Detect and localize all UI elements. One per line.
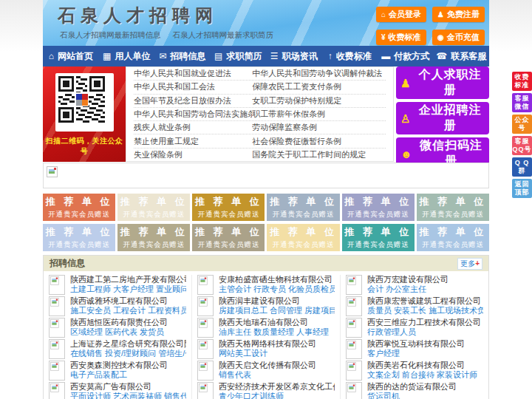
register-button-企业招聘注册[interactable]: ♙企业招聘注册 xyxy=(396,102,489,134)
company-name-link[interactable]: 陕西天格网络科技有限公司 xyxy=(219,339,316,349)
recommended-unit-box[interactable]: 推 荐 单 位开通贵宾会员赠送 xyxy=(342,224,415,251)
company-name-link[interactable]: 陕西康宏誉诚建筑工程有限公司 xyxy=(367,296,483,306)
company-logo-thumb[interactable] xyxy=(49,275,65,295)
company-logo-thumb[interactable] xyxy=(346,318,362,338)
job-positions-links[interactable]: 在线销售 投资/理财顾问 管培生/储备干部 xyxy=(70,349,186,358)
recommended-unit-box[interactable]: 推 荐 单 位开通贵宾会员赠送 xyxy=(267,224,339,251)
recommended-unit-box[interactable]: 推 荐 单 位开通贵宾会员赠送 xyxy=(43,194,115,221)
company-name-link[interactable]: 陕西旭恒医药有限责任公司 xyxy=(70,318,168,327)
job-positions-links[interactable]: 行政管理人员 xyxy=(367,327,481,337)
company-name-link[interactable]: 西安奥森测控技术有限公司 xyxy=(70,361,168,370)
job-positions-links[interactable]: 土建工程师 大客户经理 置业顾问 xyxy=(70,284,186,294)
company-logo-thumb[interactable] xyxy=(197,382,214,399)
quick-button-会员登录[interactable]: ⌂会员登录 xyxy=(376,7,426,22)
recommended-unit-box[interactable]: 推 荐 单 位开通贵宾会员赠送 xyxy=(192,194,265,221)
company-logo-thumb[interactable] xyxy=(197,275,214,295)
sidebar-button-公众号[interactable]: 公众号 xyxy=(512,115,532,134)
nav-item-职场资讯[interactable]: ☰职场资讯 xyxy=(266,50,322,63)
law-link[interactable]: 失业保险条例 xyxy=(134,149,252,160)
nav-item-网站首页[interactable]: ⌂网站首页 xyxy=(43,50,99,63)
law-link[interactable]: 中华人民共和国劳动合同法实施条例 xyxy=(134,109,252,120)
law-link[interactable]: 社会保险费征缴暂行条例 xyxy=(252,136,386,147)
law-link[interactable]: 残疾人就业条例 xyxy=(134,122,252,133)
company-name-link[interactable]: 安康柏盛富硒生物科技有限公司 xyxy=(219,275,335,284)
job-positions-links[interactable]: 区域经理 医药代表 发货员 xyxy=(70,327,168,337)
company-logo-thumb[interactable] xyxy=(197,296,214,316)
company-name-link[interactable]: 上海证券之星综合研究有限公司陕西分公司 xyxy=(70,339,186,349)
company-name-link[interactable]: 西安经济技术开发区希京文化工作室 xyxy=(219,382,335,392)
law-link[interactable]: 中华人民共和国工会法 xyxy=(134,81,252,92)
recommended-unit-box[interactable]: 推 荐 单 位开通贵宾会员赠送 xyxy=(43,224,115,251)
company-name-link[interactable]: 陕西美岩石化科技有限公司 xyxy=(367,361,477,370)
job-positions-links[interactable]: 货运司机 xyxy=(367,392,457,399)
company-name-link[interactable]: 陕西天启文化传播有限公司 xyxy=(219,361,316,370)
company-logo-thumb[interactable] xyxy=(197,339,214,359)
recommended-unit-box[interactable]: 推 荐 单 位开通贵宾会员赠送 xyxy=(417,194,489,221)
job-positions-links[interactable]: 客户经理 xyxy=(367,349,465,358)
company-logo-thumb[interactable] xyxy=(49,339,65,359)
quick-button-金币充值[interactable]: ◉金币充值 xyxy=(432,30,485,45)
register-button-个人求职注册[interactable]: ♟个人求职注册 xyxy=(396,66,489,99)
job-positions-links[interactable]: 文案企划 前台接待 家装设计师 xyxy=(367,370,477,380)
law-link[interactable]: 国务院关于职工工作时间的规定 xyxy=(252,149,386,160)
job-positions-links[interactable]: 网站美工设计 xyxy=(219,349,316,358)
sidebar-button-客服微信[interactable]: 客服微信 xyxy=(512,93,532,112)
recommended-unit-box[interactable]: 推 荐 单 位开通贵宾会员赠送 xyxy=(192,224,265,251)
company-logo-thumb[interactable] xyxy=(49,361,65,381)
company-name-link[interactable]: 陕西润丰建设有限公司 xyxy=(219,296,335,306)
nav-item-付款方式[interactable]: ▬付款方式 xyxy=(378,50,434,63)
job-positions-links[interactable]: 施工安全员 工程会计 工程资料员 xyxy=(70,306,186,316)
job-positions-links[interactable]: 销售代表 xyxy=(219,370,316,380)
company-logo-thumb[interactable] xyxy=(49,296,65,316)
law-link[interactable]: 女职工劳动保护特别规定 xyxy=(252,95,386,106)
company-logo-thumb[interactable] xyxy=(346,339,362,359)
law-link[interactable]: 禁止使用童工规定 xyxy=(134,136,252,147)
company-name-link[interactable]: 陕西诚雅环境工程有限公司 xyxy=(70,296,186,306)
company-name-link[interactable]: 西安莫高广告有限公司 xyxy=(70,382,186,392)
recommended-unit-box[interactable]: 推 荐 单 位开通贵宾会员赠送 xyxy=(117,224,190,251)
sidebar-button-QQ群[interactable]: Q Q群 xyxy=(512,157,532,177)
company-logo-thumb[interactable] xyxy=(49,318,65,338)
recommended-unit-box[interactable]: 推 荐 单 位开通贵宾会员赠送 xyxy=(267,194,339,221)
company-name-link[interactable]: 陕西掌悦互动科技有限公司 xyxy=(367,339,465,349)
job-positions-links[interactable]: 油库主任 数质量经理 人事经理 xyxy=(219,327,329,337)
company-logo-thumb[interactable] xyxy=(197,361,214,381)
company-name-link[interactable]: 陕西万宏建设有限公司 xyxy=(367,275,449,284)
job-positions-links[interactable]: 会计 办公室主任 xyxy=(367,284,449,294)
law-link[interactable]: 职工带薪年休假条例 xyxy=(252,109,386,120)
sidebar-button-返回顶部[interactable]: 返回顶部 xyxy=(512,179,532,198)
nav-item-联系客服[interactable]: ☎联系客服 xyxy=(434,50,490,63)
job-positions-links[interactable]: 电子产品装配工 xyxy=(70,370,168,380)
job-positions-links[interactable]: 平面设计师 艺术画装裱师 销售代表 xyxy=(70,392,186,399)
law-link[interactable]: 中华人民共和国就业促进法 xyxy=(134,68,252,79)
nav-item-招聘信息[interactable]: ✉招聘信息 xyxy=(154,50,211,63)
nav-item-求职简历[interactable]: ▤求职简历 xyxy=(211,50,267,63)
recommended-unit-box[interactable]: 推 荐 单 位开通贵宾会员赠送 xyxy=(417,224,489,251)
company-name-link[interactable]: 陕西天地瑞石油有限公司 xyxy=(219,318,329,327)
job-positions-links[interactable]: 青少年口才训练师 xyxy=(219,392,335,399)
company-name-link[interactable]: 陕西的达的货运有限公司 xyxy=(367,382,457,392)
company-logo-thumb[interactable] xyxy=(346,361,362,381)
law-link[interactable]: 保障农民工工资支付条例 xyxy=(252,81,386,92)
recommended-unit-box[interactable]: 推 荐 单 位开通贵宾会员赠送 xyxy=(117,194,190,221)
law-link[interactable]: 全国年节及纪念日放假办法 xyxy=(134,95,252,106)
company-logo-thumb[interactable] xyxy=(346,296,362,316)
sidebar-button-收费标准[interactable]: 收费标准 xyxy=(512,72,532,91)
nav-item-用人单位[interactable]: ▦用人单位 xyxy=(99,50,155,63)
company-name-link[interactable]: 西安三维应力工程技术有限公司 xyxy=(367,318,481,327)
quick-button-免费注册[interactable]: ♟免费注册 xyxy=(432,7,485,22)
company-logo-thumb[interactable] xyxy=(346,382,362,399)
company-logo-thumb[interactable] xyxy=(346,275,362,295)
sidebar-button-客服QQ号[interactable]: 客服QQ号 xyxy=(512,136,532,155)
job-positions-links[interactable]: 主管会计 行政专员 化验员质检员 xyxy=(219,284,335,294)
company-logo-thumb[interactable] xyxy=(49,382,65,399)
company-name-link[interactable]: 陕西建工第二房地产开发有限公司 xyxy=(70,275,186,284)
law-link[interactable]: 中华人民共和国劳动争议调解仲裁法 xyxy=(252,68,386,79)
jobs-more-link[interactable]: 更多+ xyxy=(457,258,482,270)
ad-banner[interactable] xyxy=(43,163,489,188)
company-logo-thumb[interactable] xyxy=(197,318,214,338)
nav-item-收费标准[interactable]: ↑收费标准 xyxy=(322,50,378,63)
job-positions-links[interactable]: 质量员 安装工长 施工现场技术负责人 xyxy=(367,306,483,316)
quick-button-收费标准[interactable]: ¥收费标准 xyxy=(376,30,426,45)
recommended-unit-box[interactable]: 推 荐 单 位开通贵宾会员赠送 xyxy=(342,194,415,221)
